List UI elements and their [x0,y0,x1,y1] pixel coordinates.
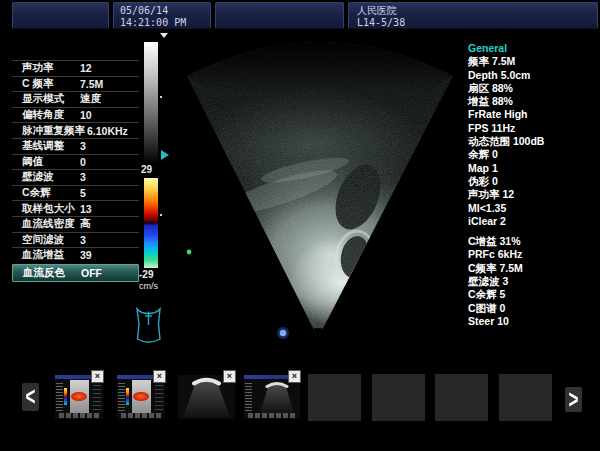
param-label: 取样包大小 [22,202,78,216]
filmstrip-empty-slot [308,374,361,421]
info-line: C图谱 0 [468,302,596,315]
param-value: 6.10KHz [87,125,128,137]
ultrasound-screen: 05/06/14 14:21:00 PM 人民医院 L14-5/38 声功率12… [0,0,600,451]
filmstrip-thumbnail[interactable]: × [178,375,235,419]
param-value: 5 [80,187,86,199]
scale-tick [160,214,162,216]
velocity-unit-label: cm/s [139,281,158,291]
ultrasound-image[interactable] [185,42,455,342]
orientation-marker-icon [160,33,168,38]
param-label: 血流反色 [23,266,79,280]
header-hospital-box: 人民医院 L14-5/38 [348,2,598,29]
image-info-panel: General 频率 7.5MDepth 5.0cm扇区 88%增益 88%Fr… [468,42,596,328]
info-line: PRFc 6kHz [468,248,596,261]
param-row[interactable]: 壁滤波3 [12,169,139,185]
filmstrip-thumbnail[interactable]: × [55,375,103,419]
param-label: 偏转角度 [22,108,78,122]
date-text: 05/06/14 [114,3,210,17]
scale-cursor-icon [161,150,169,160]
header-datetime-box: 05/06/14 14:21:00 PM [113,2,211,29]
thumb-doppler-flow [133,392,149,401]
thumb-filmstrip-row [121,413,161,418]
param-value: 3 [80,140,86,152]
param-row[interactable]: 偏转角度10 [12,107,139,123]
header-left-box [12,2,109,29]
param-row[interactable]: 血流线密度高 [12,216,139,232]
thumb-text-left [245,383,252,411]
info-line: 余辉 0 [468,148,596,161]
param-value: 13 [80,203,92,215]
param-value: 10 [80,109,92,121]
thumbnail-close-button[interactable]: × [223,370,236,383]
param-label: 脉冲重复频率 [22,124,85,138]
filmstrip-empty-slot [372,374,425,421]
thumb-doppler-flow [71,392,87,401]
thumbnail-close-button[interactable]: × [288,370,301,383]
param-label: C 频率 [22,77,78,91]
thumbnail-close-button[interactable]: × [153,370,166,383]
info-line: iClear 2 [468,215,596,228]
thumbnail-close-button[interactable]: × [91,370,104,383]
param-value: 12 [80,62,92,74]
grayscale-bar [144,42,158,163]
focus-marker-icon [280,330,286,336]
info-line: 扇区 88% [468,82,596,95]
info-line: 壁滤波 3 [468,275,596,288]
thumb-bmode-strip [70,380,89,414]
info-line: C频率 7.5M [468,262,596,275]
param-row[interactable]: 脉冲重复频率6.10KHz [12,122,139,138]
parameter-panel: 声功率12C 频率7.5M显示模式速度偏转角度10脉冲重复频率6.10KHz基线… [12,60,139,282]
info-line: 增益 88% [468,95,596,108]
thumb-filmstrip-row [248,413,296,418]
param-label: C余辉 [22,186,78,200]
param-row[interactable]: 基线调整3 [12,138,139,154]
param-row[interactable]: 血流增益39 [12,247,139,263]
thumb-text-right [155,381,163,411]
info-line: Map 1 [468,162,596,175]
filmstrip-thumbnail[interactable]: × [117,375,165,419]
param-row[interactable]: 空间滤波3 [12,232,139,248]
info-line: 频率 7.5M [468,55,596,68]
param-value: 高 [80,217,91,231]
info-line: C余辉 5 [468,288,596,301]
info-line: 声功率 12 [468,188,596,201]
velocity-max-label: 29 [141,164,152,175]
thumb-text-left [56,383,63,411]
param-row[interactable]: 显示模式速度 [12,91,139,107]
body-marker-icon[interactable] [130,302,167,345]
param-row[interactable]: 阈值0 [12,154,139,170]
param-value: OFF [81,267,102,279]
info-line: FPS 11Hz [468,122,596,135]
info-line: 动态范围 100dB [468,135,596,148]
thumb-filmstrip-row [59,413,99,418]
param-label: 血流线密度 [22,217,78,231]
filmstrip-next-button[interactable]: > [565,387,582,412]
header-middle-box [215,2,344,29]
param-label: 基线调整 [22,139,78,153]
info-line: MI<1.35 [468,202,596,215]
info-line: C增益 31% [468,235,596,248]
thumb-text-left [118,383,125,411]
filmstrip-prev-button[interactable]: < [22,383,39,411]
thumb-bmode-strip [132,380,151,414]
info-line: Depth 5.0cm [468,69,596,82]
velocity-min-label: -29 [139,269,153,280]
param-value: 速度 [80,92,101,106]
param-label: 血流增益 [22,248,78,262]
param-value: 3 [80,234,86,246]
param-row[interactable]: 血流反色OFF [12,264,139,282]
param-row[interactable]: 声功率12 [12,60,139,76]
scale-tick [160,96,162,98]
info-line: FrRate High [468,108,596,121]
param-value: 3 [80,171,86,183]
filmstrip-thumbnail[interactable]: × [244,375,300,419]
edge-marker-icon [187,250,192,255]
param-row[interactable]: 取样包大小13 [12,200,139,216]
hospital-name: 人民医院 [349,3,597,17]
param-label: 阈值 [22,155,78,169]
param-label: 声功率 [22,61,78,75]
param-row[interactable]: C 频率7.5M [12,76,139,92]
param-row[interactable]: C余辉5 [12,185,139,201]
thumb-text-right [93,381,101,411]
param-value: 0 [80,156,86,168]
